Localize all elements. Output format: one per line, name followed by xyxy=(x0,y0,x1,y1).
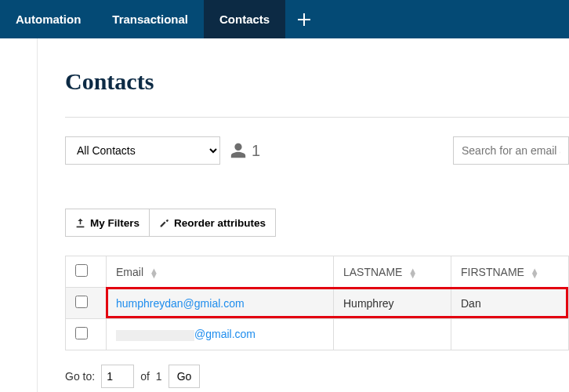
nav-automation[interactable]: Automation xyxy=(0,0,96,38)
email-domain: @gmail.com xyxy=(194,328,256,340)
search-input[interactable] xyxy=(453,136,569,165)
page-body: Contacts All Contacts 1 My Filters Reord… xyxy=(0,38,569,388)
sort-icon: ▲▼ xyxy=(150,268,158,278)
person-icon xyxy=(230,142,247,159)
table-row: humphreydan@gmial.com Humphrey Dan xyxy=(66,288,569,319)
contact-count: 1 xyxy=(230,142,260,160)
of-label: of xyxy=(140,370,150,383)
contact-list-select[interactable]: All Contacts xyxy=(65,136,220,165)
email-link[interactable]: @gmail.com xyxy=(116,328,256,340)
contact-count-number: 1 xyxy=(252,142,260,160)
header-lastname[interactable]: LASTNAME ▲▼ xyxy=(334,256,451,288)
table-row: @gmail.com xyxy=(66,319,569,350)
redacted-text xyxy=(116,330,194,341)
wrench-icon xyxy=(159,218,169,228)
nav-add-button[interactable] xyxy=(285,0,323,38)
email-link[interactable]: humphreydan@gmial.com xyxy=(116,297,245,310)
reorder-attributes-button[interactable]: Reorder attributes xyxy=(150,209,276,237)
upload-icon xyxy=(75,218,85,228)
total-pages: 1 xyxy=(156,370,162,383)
top-nav: Automation Transactional Contacts xyxy=(0,0,569,38)
row-checkbox[interactable] xyxy=(75,327,88,339)
page-input[interactable] xyxy=(101,365,134,388)
select-all-checkbox[interactable] xyxy=(75,264,88,277)
pager: Go to: of 1 Go xyxy=(65,365,569,388)
nav-contacts[interactable]: Contacts xyxy=(204,0,285,38)
contacts-table: Email ▲▼ LASTNAME ▲▼ FIRSTNAME ▲▼ humphr… xyxy=(65,256,569,350)
header-checkbox-cell xyxy=(66,256,107,288)
controls-row: All Contacts 1 xyxy=(65,136,569,165)
my-filters-label: My Filters xyxy=(90,217,140,229)
header-email-label: Email xyxy=(116,266,143,278)
toolbar: My Filters Reorder attributes xyxy=(65,209,569,237)
plus-icon xyxy=(298,13,310,26)
row-checkbox[interactable] xyxy=(75,296,88,308)
header-lastname-label: LASTNAME xyxy=(343,266,402,278)
goto-label: Go to: xyxy=(65,370,95,383)
reorder-label: Reorder attributes xyxy=(174,217,266,229)
cell-lastname xyxy=(334,319,451,350)
cell-firstname: Dan xyxy=(451,288,569,319)
sort-icon: ▲▼ xyxy=(408,268,417,278)
my-filters-button[interactable]: My Filters xyxy=(65,209,150,237)
header-email[interactable]: Email ▲▼ xyxy=(107,256,334,288)
cell-firstname xyxy=(451,319,569,350)
page-title: Contacts xyxy=(65,68,569,95)
header-firstname-label: FIRSTNAME xyxy=(461,266,524,278)
divider xyxy=(65,117,569,118)
sort-icon: ▲▼ xyxy=(531,268,539,278)
nav-transactional[interactable]: Transactional xyxy=(96,0,204,38)
cell-lastname: Humphrey xyxy=(334,288,451,319)
go-button[interactable]: Go xyxy=(169,365,201,388)
header-firstname[interactable]: FIRSTNAME ▲▼ xyxy=(451,256,569,288)
